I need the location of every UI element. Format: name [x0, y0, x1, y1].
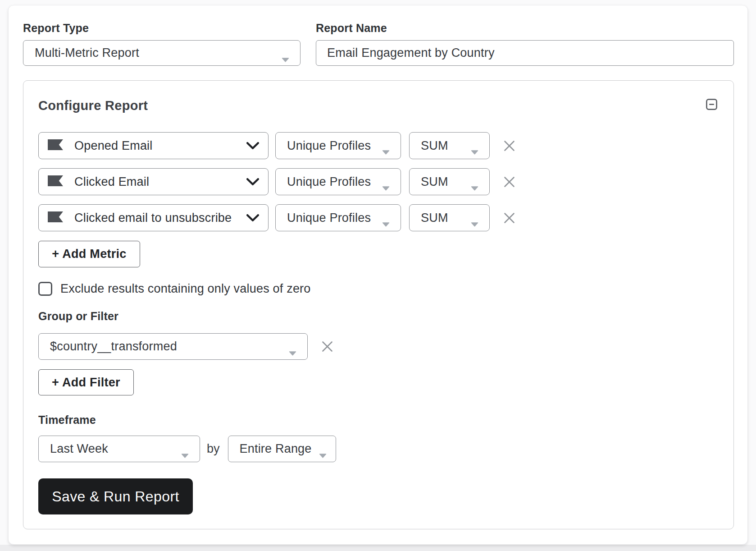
exclude-zero-checkbox[interactable]: [38, 282, 52, 296]
caret-down-icon: [319, 447, 327, 461]
group-or-filter-value: $country__transformed: [50, 340, 177, 354]
add-filter-button[interactable]: + Add Filter: [38, 369, 134, 395]
measurement-select[interactable]: Unique Profiles: [275, 204, 401, 231]
caret-down-icon: [282, 51, 289, 65]
metric-select[interactable]: Opened Email: [38, 132, 269, 159]
metric-select[interactable]: Clicked Email: [38, 168, 269, 195]
exclude-zero-row: Exclude results containing only values o…: [38, 282, 717, 296]
measurement-value: Unique Profiles: [287, 175, 371, 189]
measurement-value: Unique Profiles: [287, 139, 371, 153]
metric-select[interactable]: Clicked email to unsubscribe: [38, 204, 269, 231]
klaviyo-metric-icon: [48, 139, 63, 152]
metric-row: Opened Email Unique Profiles SUM: [38, 132, 717, 159]
remove-metric-button[interactable]: [503, 176, 515, 188]
report-builder-page: Report Type Multi-Metric Report Report N…: [0, 0, 756, 551]
page-background-strip: [0, 545, 756, 551]
by-label: by: [207, 442, 220, 456]
interval-value: Entire Range: [240, 442, 312, 456]
metric-value: Clicked email to unsubscribe: [74, 211, 232, 225]
caret-down-icon: [382, 180, 390, 194]
report-type-value: Multi-Metric Report: [35, 46, 139, 60]
report-header-row: Report Type Multi-Metric Report Report N…: [23, 22, 734, 66]
aggregation-select[interactable]: SUM: [409, 204, 490, 231]
add-metric-button[interactable]: + Add Metric: [38, 241, 140, 267]
remove-metric-button[interactable]: [503, 212, 515, 224]
aggregation-value: SUM: [421, 139, 448, 153]
metric-value: Clicked Email: [74, 175, 149, 189]
collapse-panel-button[interactable]: [706, 99, 717, 110]
caret-down-icon: [471, 180, 478, 194]
klaviyo-metric-icon: [48, 211, 63, 224]
group-or-filter-label: Group or Filter: [38, 309, 717, 323]
configure-report-panel: Configure Report Opened Email: [23, 80, 734, 529]
caret-down-icon: [289, 345, 296, 359]
configure-panel-header: Configure Report: [38, 98, 717, 113]
timeframe-row: Last Week by Entire Range: [38, 436, 717, 462]
report-type-label: Report Type: [23, 22, 301, 34]
report-name-field: Report Name: [316, 22, 734, 66]
x-icon: [503, 183, 515, 189]
timeframe-value: Last Week: [50, 442, 108, 456]
report-type-field: Report Type Multi-Metric Report: [23, 22, 301, 66]
report-name-input[interactable]: [316, 40, 734, 66]
measurement-value: Unique Profiles: [287, 211, 371, 225]
caret-down-icon: [382, 216, 390, 230]
x-icon: [503, 219, 515, 225]
x-icon: [503, 147, 515, 153]
configure-report-title: Configure Report: [38, 98, 148, 113]
report-builder-card: Report Type Multi-Metric Report Report N…: [8, 5, 748, 545]
aggregation-select[interactable]: SUM: [409, 168, 490, 195]
klaviyo-metric-icon: [48, 175, 63, 188]
group-or-filter-select[interactable]: $country__transformed: [38, 333, 308, 360]
caret-down-icon: [471, 216, 478, 230]
measurement-select[interactable]: Unique Profiles: [275, 168, 401, 195]
metric-rows: Opened Email Unique Profiles SUM: [38, 132, 717, 231]
chevron-down-icon: [246, 214, 259, 224]
caret-down-icon: [382, 144, 390, 158]
remove-metric-button[interactable]: [503, 140, 515, 152]
metric-value: Opened Email: [74, 139, 153, 153]
save-run-report-button[interactable]: Save & Run Report: [38, 478, 193, 514]
caret-down-icon: [471, 144, 478, 158]
remove-filter-button[interactable]: [321, 340, 333, 353]
exclude-zero-label: Exclude results containing only values o…: [60, 282, 311, 296]
x-icon: [321, 347, 333, 354]
aggregation-value: SUM: [421, 175, 448, 189]
caret-down-icon: [181, 447, 189, 461]
aggregation-select[interactable]: SUM: [409, 132, 490, 159]
chevron-down-icon: [246, 142, 259, 152]
aggregation-value: SUM: [421, 211, 448, 225]
report-name-label: Report Name: [316, 22, 734, 34]
metric-row: Clicked Email Unique Profiles SUM: [38, 168, 717, 195]
measurement-select[interactable]: Unique Profiles: [275, 132, 401, 159]
report-type-select[interactable]: Multi-Metric Report: [23, 40, 301, 66]
interval-select[interactable]: Entire Range: [228, 436, 336, 462]
metric-row: Clicked email to unsubscribe Unique Prof…: [38, 204, 717, 231]
minus-square-icon: [706, 105, 717, 111]
group-or-filter-row: $country__transformed: [38, 333, 717, 360]
timeframe-label: Timeframe: [38, 413, 717, 427]
timeframe-select[interactable]: Last Week: [38, 436, 200, 462]
chevron-down-icon: [246, 178, 259, 188]
